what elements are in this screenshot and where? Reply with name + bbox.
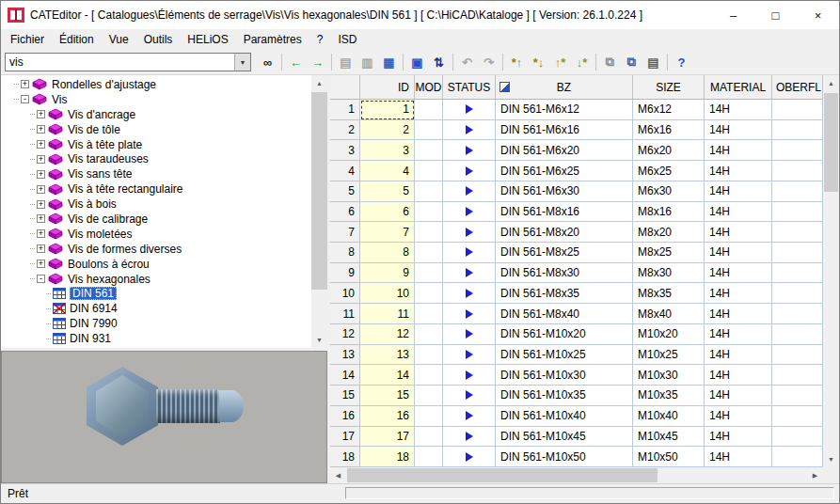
tree-item-din-561[interactable]: DIN 561 bbox=[1, 286, 311, 301]
menu-item-[interactable]: ? bbox=[309, 30, 331, 49]
cell-material[interactable]: 14H bbox=[705, 447, 772, 467]
row-number[interactable]: 16 bbox=[330, 406, 360, 427]
delete-row-icon[interactable]: ↓* bbox=[571, 52, 593, 72]
cell-size[interactable]: M10x50 bbox=[633, 447, 705, 467]
tree-expander-icon[interactable]: + bbox=[37, 214, 45, 223]
cell-mod[interactable] bbox=[415, 140, 443, 161]
cell-mod[interactable] bbox=[415, 365, 443, 386]
row-number[interactable]: 15 bbox=[330, 386, 360, 406]
cell-status[interactable] bbox=[443, 406, 496, 427]
cell-id[interactable]: 6 bbox=[360, 202, 415, 223]
cell-id[interactable]: 7 bbox=[360, 222, 415, 243]
cell-bz[interactable]: DIN 561-M6x12 bbox=[496, 100, 633, 120]
scroll-left-icon[interactable]: ◀ bbox=[330, 467, 346, 483]
cell-material[interactable]: 14H bbox=[705, 406, 772, 427]
cell-id[interactable]: 3 bbox=[360, 140, 415, 161]
row-number[interactable]: 5 bbox=[330, 181, 360, 202]
tree-item-vis-sans-t-te[interactable]: +Vis sans tête bbox=[1, 166, 311, 181]
cell-material[interactable]: 14H bbox=[705, 427, 772, 448]
row-number[interactable]: 12 bbox=[330, 324, 360, 345]
tree-item-vis-hexagonales[interactable]: -Vis hexagonales bbox=[1, 272, 311, 287]
cell-oberfl[interactable] bbox=[772, 304, 823, 324]
cell-status[interactable] bbox=[443, 243, 496, 263]
tree-expander-icon[interactable]: + bbox=[37, 170, 45, 179]
cell-oberfl[interactable] bbox=[772, 345, 823, 366]
cell-id[interactable]: 1 bbox=[360, 100, 415, 120]
sort-rows-icon[interactable]: ⇅ bbox=[428, 52, 450, 72]
row-number[interactable]: 9 bbox=[330, 263, 360, 284]
cell-mod[interactable] bbox=[415, 181, 443, 202]
cell-status[interactable] bbox=[443, 181, 496, 202]
cell-oberfl[interactable] bbox=[772, 100, 823, 120]
cell-material[interactable]: 14H bbox=[705, 202, 772, 223]
col-header-id[interactable]: ID bbox=[360, 75, 415, 100]
search-input[interactable] bbox=[6, 54, 234, 71]
menu-item-isd[interactable]: ISD bbox=[330, 30, 364, 49]
tree-vertical-scrollbar[interactable]: ▲ ▼ bbox=[311, 75, 327, 348]
cell-size[interactable]: M6x30 bbox=[633, 181, 705, 202]
cell-oberfl[interactable] bbox=[772, 447, 823, 467]
tree-item-vis-de-formes-diverses[interactable]: +Vis de formes diverses bbox=[1, 242, 311, 257]
cell-status[interactable] bbox=[443, 447, 496, 467]
cell-mod[interactable] bbox=[415, 222, 443, 243]
nav-back-icon[interactable]: ← bbox=[285, 52, 307, 72]
cell-bz[interactable]: DIN 561-M8x20 bbox=[496, 222, 633, 243]
cell-bz[interactable]: DIN 561-M6x16 bbox=[496, 120, 633, 141]
cell-mod[interactable] bbox=[415, 324, 443, 345]
scroll-down-icon[interactable]: ▼ bbox=[311, 332, 327, 348]
cell-oberfl[interactable] bbox=[772, 222, 823, 243]
cell-mod[interactable] bbox=[415, 427, 443, 448]
table-horizontal-scrollbar[interactable]: ◀ ▶ bbox=[330, 467, 823, 483]
corner-cell[interactable] bbox=[330, 75, 360, 100]
table-vertical-scrollbar[interactable]: ▲ ▼ bbox=[823, 75, 839, 467]
cell-oberfl[interactable] bbox=[772, 283, 823, 304]
save-icon[interactable]: ▣ bbox=[406, 52, 428, 72]
row-number[interactable]: 14 bbox=[330, 365, 360, 386]
find-binoculars-icon[interactable]: ∞ bbox=[257, 52, 278, 72]
cell-id[interactable]: 14 bbox=[360, 365, 415, 386]
undo-icon[interactable]: ↶ bbox=[456, 52, 478, 72]
cell-bz[interactable]: DIN 561-M10x35 bbox=[496, 386, 633, 406]
cell-size[interactable]: M10x35 bbox=[633, 386, 705, 406]
search-combo[interactable]: ▼ bbox=[5, 53, 251, 71]
cell-status[interactable] bbox=[443, 427, 496, 448]
cell-material[interactable]: 14H bbox=[705, 386, 772, 406]
cell-mod[interactable] bbox=[415, 263, 443, 284]
cell-status[interactable] bbox=[443, 140, 496, 161]
table-hscrollbar-thumb[interactable] bbox=[347, 468, 658, 482]
window-minimize-button[interactable]: – bbox=[712, 1, 754, 29]
tree-expander-icon[interactable]: + bbox=[37, 125, 45, 134]
cell-status[interactable] bbox=[443, 263, 496, 284]
scroll-right-icon[interactable]: ▶ bbox=[807, 467, 823, 483]
tree-scrollbar-thumb[interactable] bbox=[311, 92, 327, 290]
cell-id[interactable]: 2 bbox=[360, 120, 415, 141]
tree-expander-icon[interactable]: - bbox=[37, 275, 45, 283]
cell-mod[interactable] bbox=[415, 447, 443, 467]
cell-bz[interactable]: DIN 561-M10x25 bbox=[496, 345, 633, 366]
cell-bz[interactable]: DIN 561-M6x20 bbox=[496, 140, 633, 161]
nav-forward-icon[interactable]: → bbox=[307, 52, 328, 72]
cell-bz[interactable]: DIN 561-M8x35 bbox=[496, 283, 633, 304]
cell-id[interactable]: 18 bbox=[360, 447, 415, 467]
cell-mod[interactable] bbox=[415, 202, 443, 223]
cell-id[interactable]: 10 bbox=[360, 283, 415, 304]
cell-size[interactable]: M6x12 bbox=[633, 100, 705, 120]
tree-item-vis-d-ancrage[interactable]: +Vis d'ancrage bbox=[1, 107, 311, 122]
cell-mod[interactable] bbox=[415, 243, 443, 263]
scroll-up-icon[interactable]: ▲ bbox=[311, 75, 327, 91]
cell-oberfl[interactable] bbox=[772, 161, 823, 181]
cell-bz[interactable]: DIN 561-M8x16 bbox=[496, 202, 633, 223]
cell-size[interactable]: M10x20 bbox=[633, 324, 705, 345]
cell-mod[interactable] bbox=[415, 386, 443, 406]
cell-status[interactable] bbox=[443, 120, 496, 141]
cell-material[interactable]: 14H bbox=[705, 222, 772, 243]
tree-expander-icon[interactable]: + bbox=[37, 244, 45, 253]
paste-icon[interactable]: ⧉ bbox=[621, 52, 642, 72]
redo-icon[interactable]: ↷ bbox=[478, 52, 499, 72]
cell-material[interactable]: 14H bbox=[705, 100, 772, 120]
cell-id[interactable]: 17 bbox=[360, 427, 415, 448]
cell-id[interactable]: 16 bbox=[360, 406, 415, 427]
cell-oberfl[interactable] bbox=[772, 243, 823, 263]
cell-size[interactable]: M8x35 bbox=[633, 283, 705, 304]
menu-item-param-tres[interactable]: Paramètres bbox=[236, 30, 309, 49]
